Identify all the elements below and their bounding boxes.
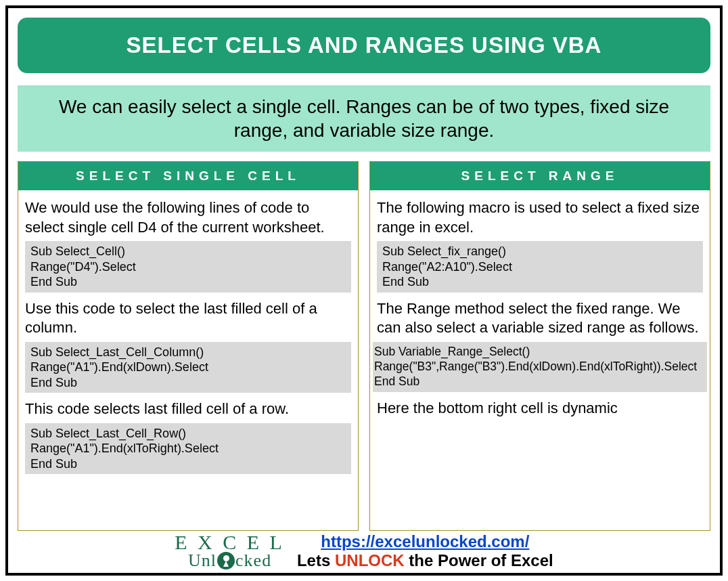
logo-bottom-pre: Unl xyxy=(188,553,217,569)
tagline-highlight: UNLOCK xyxy=(335,551,405,569)
document-frame: SELECT CELLS AND RANGES USING VBA We can… xyxy=(5,5,723,576)
left-desc-1: We would use the following lines of code… xyxy=(25,198,351,237)
tagline-pre: Lets xyxy=(297,551,335,569)
right-column-header: SELECT RANGE xyxy=(370,162,710,190)
right-desc-3: Here the bottom right cell is dynamic xyxy=(377,399,703,418)
keyhole-icon xyxy=(217,552,235,569)
right-column-body: The following macro is used to select a … xyxy=(370,190,710,429)
left-desc-3: This code selects last filled cell of a … xyxy=(25,400,351,419)
right-code-2: Sub Variable_Range_Select() Range("B3",R… xyxy=(373,342,707,392)
page-title: SELECT CELLS AND RANGES USING VBA xyxy=(18,18,710,73)
intro-text: We can easily select a single cell. Rang… xyxy=(18,85,710,152)
left-desc-2: Use this code to select the last filled … xyxy=(25,299,351,338)
logo-text-top: E X C E L xyxy=(175,533,285,553)
right-desc-1: The following macro is used to select a … xyxy=(377,198,703,237)
left-column-header: SELECT SINGLE CELL xyxy=(18,162,358,190)
logo-text-bottom: Unl cked xyxy=(188,552,271,569)
footer-link[interactable]: https://excelunlocked.com/ xyxy=(321,532,529,551)
left-column: SELECT SINGLE CELL We would use the foll… xyxy=(18,161,359,531)
footer-text: https://excelunlocked.com/ Lets UNLOCK t… xyxy=(297,532,553,570)
left-column-body: We would use the following lines of code… xyxy=(18,190,358,488)
tagline-post: the Power of Excel xyxy=(405,551,553,569)
left-code-3: Sub Select_Last_Cell_Row() Range("A1").E… xyxy=(25,423,351,475)
right-column: SELECT RANGE The following macro is used… xyxy=(369,161,710,531)
logo-bottom-post: cked xyxy=(235,553,271,569)
columns-container: SELECT SINGLE CELL We would use the foll… xyxy=(18,161,710,531)
brand-logo: E X C E L Unl cked xyxy=(175,533,285,570)
right-code-1: Sub Select_fix_range() Range("A2:A10").S… xyxy=(377,241,703,293)
left-code-2: Sub Select_Last_Cell_Column() Range("A1"… xyxy=(25,342,351,393)
right-desc-2: The Range method select the fixed range.… xyxy=(377,299,703,338)
left-code-1: Sub Select_Cell() Range("D4").Select End… xyxy=(25,241,351,293)
footer-tagline: Lets UNLOCK the Power of Excel xyxy=(297,551,553,570)
footer: E X C E L Unl cked https://excelunlocked… xyxy=(18,531,710,570)
